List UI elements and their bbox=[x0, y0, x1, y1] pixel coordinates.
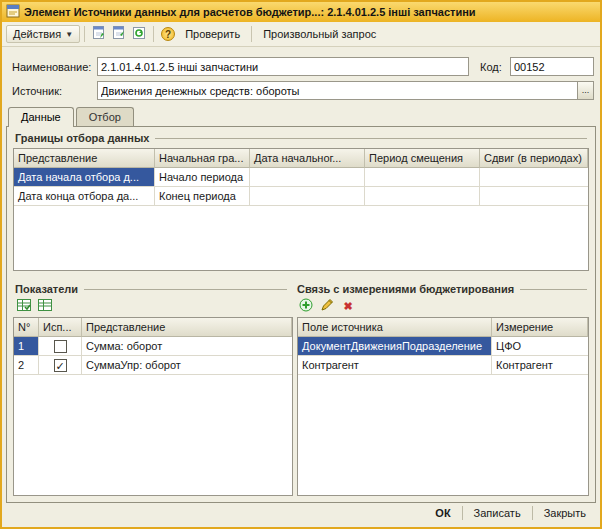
grid-cell[interactable] bbox=[365, 168, 480, 187]
table-row[interactable]: Дата начала отбора д...Начало периода bbox=[14, 168, 588, 187]
source-picker-button[interactable]: ... bbox=[577, 81, 594, 100]
actions-menu-button[interactable]: Действия ▼ bbox=[6, 25, 80, 43]
bounds-section-header: Границы отбора данных bbox=[15, 132, 587, 144]
help-icon: ? bbox=[161, 27, 175, 41]
mapping-toolbar: ✖ bbox=[297, 297, 357, 315]
table-row[interactable]: Дата конца отбора да...Конец периода bbox=[14, 187, 588, 206]
table-row[interactable]: КонтрагентКонтрагент bbox=[298, 356, 588, 375]
element-window: Элемент Источники данных для расчетов бю… bbox=[0, 0, 602, 529]
bounds-section-title: Границы отбора данных bbox=[15, 132, 149, 144]
column-header[interactable]: Дата начальног... bbox=[250, 149, 365, 168]
custom-query-button[interactable]: Произвольный запрос bbox=[256, 25, 383, 43]
grid-header-row: ПредставлениеНачальная гра...Дата началь… bbox=[14, 149, 588, 168]
check-button-label: Проверить bbox=[185, 28, 240, 40]
indicators-table: N°Исп...Представление1Сумма: оборот2✓Сум… bbox=[13, 317, 293, 496]
clear-flags-button[interactable] bbox=[36, 297, 54, 315]
save-icon bbox=[91, 25, 107, 43]
column-header[interactable]: Начальная гра... bbox=[155, 149, 250, 168]
add-icon bbox=[299, 298, 313, 314]
row-checkbox[interactable]: ✓ bbox=[54, 359, 67, 372]
check-button[interactable]: Проверить bbox=[178, 25, 247, 43]
ok-button[interactable]: ОК bbox=[431, 505, 454, 521]
name-label: Наименование: bbox=[12, 58, 91, 76]
toolbar-separator bbox=[84, 26, 85, 42]
grid-cell[interactable]: Начало периода bbox=[155, 168, 250, 187]
custom-query-label: Произвольный запрос bbox=[263, 28, 376, 40]
edit-pencil-icon bbox=[320, 298, 334, 314]
footer-separator bbox=[532, 506, 533, 520]
grid-cell[interactable]: Дата начала отбора д... bbox=[14, 168, 155, 187]
toolbar-separator bbox=[153, 26, 154, 42]
source-input[interactable] bbox=[97, 81, 578, 100]
grid-cell[interactable] bbox=[365, 187, 480, 206]
grid-cell[interactable] bbox=[39, 337, 82, 356]
main-toolbar: Действия ▼ ? Проверить Произволь bbox=[2, 22, 600, 47]
mapping-section-title: Связь с измерениями бюджетирования bbox=[297, 283, 514, 295]
delete-row-button[interactable]: ✖ bbox=[339, 297, 357, 315]
name-input[interactable] bbox=[97, 57, 469, 76]
save-button[interactable] bbox=[89, 24, 109, 44]
data-tab-panel: Границы отбора данных ПредставлениеНачал… bbox=[6, 126, 596, 503]
delete-x-icon: ✖ bbox=[343, 300, 352, 313]
title-bar: Элемент Источники данных для расчетов бю… bbox=[2, 2, 600, 22]
column-header[interactable]: N° bbox=[14, 318, 39, 337]
column-header[interactable]: Сдвиг (в периодах) bbox=[480, 149, 588, 168]
code-input[interactable] bbox=[510, 57, 594, 76]
table-row[interactable]: 2✓СуммаУпр: оборот bbox=[14, 356, 292, 375]
grid-cell[interactable] bbox=[480, 168, 588, 187]
grid-cell[interactable]: 2 bbox=[14, 356, 39, 375]
indicators-section-title: Показатели bbox=[15, 283, 78, 295]
set-flags-button[interactable] bbox=[15, 297, 33, 315]
grid-cell[interactable]: Контрагент bbox=[492, 356, 588, 375]
tab-filter[interactable]: Отбор bbox=[76, 107, 134, 126]
toolbar-separator bbox=[251, 26, 252, 42]
add-row-button[interactable] bbox=[297, 297, 315, 315]
grid-cell[interactable]: Контрагент bbox=[298, 356, 492, 375]
tab-data[interactable]: Данные bbox=[8, 107, 74, 127]
column-header[interactable]: Исп... bbox=[39, 318, 82, 337]
column-header[interactable]: Представление bbox=[82, 318, 292, 337]
window-title: Элемент Источники данных для расчетов бю… bbox=[24, 6, 476, 18]
reread-button[interactable] bbox=[109, 24, 129, 44]
grid-cell[interactable]: ДокументДвиженияПодразделение bbox=[298, 337, 492, 356]
grid-cell[interactable]: СуммаУпр: оборот bbox=[82, 356, 292, 375]
footer-buttons: ОК Записать Закрыть bbox=[431, 505, 590, 521]
close-button[interactable]: Закрыть bbox=[540, 505, 590, 521]
refresh-icon bbox=[131, 25, 147, 43]
window-icon bbox=[6, 4, 20, 20]
grid-header-row: N°Исп...Представление bbox=[14, 318, 292, 337]
code-label: Код: bbox=[480, 58, 502, 76]
actions-menu-label: Действия bbox=[13, 28, 61, 40]
table-row[interactable]: ДокументДвиженияПодразделениеЦФО bbox=[298, 337, 588, 356]
source-label: Источник: bbox=[12, 82, 62, 100]
column-header[interactable]: Представление bbox=[14, 149, 155, 168]
row-checkbox[interactable] bbox=[54, 340, 67, 353]
grid-cell[interactable] bbox=[480, 187, 588, 206]
clear-flags-icon bbox=[37, 297, 53, 315]
column-header[interactable]: Измерение bbox=[492, 318, 588, 337]
grid-cell[interactable]: ЦФО bbox=[492, 337, 588, 356]
mapping-section-header: Связь с измерениями бюджетирования bbox=[297, 283, 587, 295]
write-button[interactable]: Записать bbox=[470, 505, 525, 521]
grid-cell[interactable]: Дата конца отбора да... bbox=[14, 187, 155, 206]
bounds-table: ПредставлениеНачальная гра...Дата началь… bbox=[13, 148, 589, 271]
table-row[interactable]: 1Сумма: оборот bbox=[14, 337, 292, 356]
reread-icon bbox=[111, 25, 127, 43]
grid-cell[interactable]: ✓ bbox=[39, 356, 82, 375]
indicators-toolbar bbox=[15, 297, 54, 315]
mapping-table: Поле источникаИзмерениеДокументДвиженияП… bbox=[297, 317, 589, 496]
grid-cell[interactable]: Сумма: оборот bbox=[82, 337, 292, 356]
chevron-down-icon: ▼ bbox=[65, 30, 73, 39]
grid-cell[interactable] bbox=[250, 168, 365, 187]
grid-cell[interactable]: Конец периода bbox=[155, 187, 250, 206]
refresh-button[interactable] bbox=[129, 24, 149, 44]
edit-row-button[interactable] bbox=[318, 297, 336, 315]
help-button[interactable]: ? bbox=[158, 24, 178, 44]
footer-separator bbox=[462, 506, 463, 520]
grid-cell[interactable]: 1 bbox=[14, 337, 39, 356]
grid-cell[interactable] bbox=[250, 187, 365, 206]
column-header[interactable]: Поле источника bbox=[298, 318, 492, 337]
set-flags-icon bbox=[16, 297, 32, 315]
tab-strip: Данные Отбор bbox=[8, 107, 136, 126]
column-header[interactable]: Период смещения bbox=[365, 149, 480, 168]
